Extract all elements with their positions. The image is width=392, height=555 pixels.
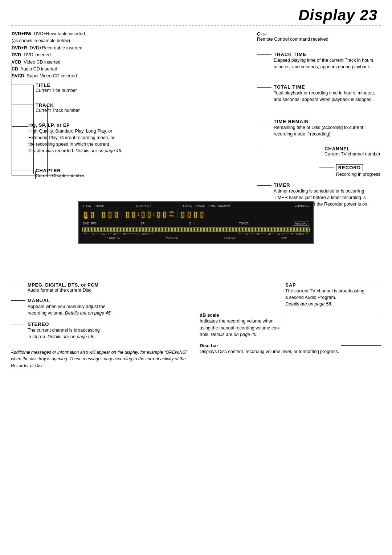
cd-label: CD <box>12 66 18 72</box>
channel-text: Current TV channel number <box>324 151 380 157</box>
ofc-text: Remote Control command received <box>257 37 328 42</box>
total-time-label: TOTAL TIME <box>274 84 380 90</box>
lcd-ampm: AM PM <box>169 211 173 218</box>
lcd-sap-label: SAP <box>281 236 287 239</box>
lcd-scale-row: └── -40 ─── -30 ─── -20 ── -10 ───── 0 ─… <box>82 232 310 235</box>
lcd-digit: ▯ <box>193 208 199 220</box>
hq-sp-label: HQ, SP, LP, or EP <box>28 122 134 128</box>
page-title: Display 23 <box>0 0 392 25</box>
hq-sp-text: High Quality, Standard Play, Long Play, … <box>28 128 134 154</box>
lcd-top-labels: TITLE TRACK CHAPTER TOTAL TRACK TIME REM… <box>82 204 310 207</box>
channel-label: CHANNEL <box>324 146 380 151</box>
lcd-mode-labels: DVD÷RW SP O♫( TIMER RECORD <box>82 222 310 226</box>
title-text-ann: Current Title number <box>36 88 77 93</box>
lcd-digit: ▯ <box>114 208 119 220</box>
disc-types-block: DVD+RW DVD+Rewritable inserted (as shown… <box>12 31 121 80</box>
record-label: RECORD <box>336 164 363 171</box>
lcd-group-chapter: ▯ ▯ ▯ <box>101 208 119 220</box>
stereo-text: The current channel is broadcastingin st… <box>28 327 100 340</box>
stereo-content: STEREO The current channel is broadcasti… <box>28 321 100 340</box>
lcd-pm: PM <box>169 214 173 218</box>
hq-connector <box>12 126 28 127</box>
lcd-digit: ָ▯ <box>83 208 89 220</box>
italic-note: Additional messages or information also … <box>11 349 192 369</box>
db-scale-label: dB scale <box>200 312 280 318</box>
dvdr-label: DVD+R <box>12 45 27 50</box>
db-scale-block: dB scale Indicates the recording volume … <box>200 312 381 337</box>
lcd-bottom-mode-labels: ≡≡ DIGITAL MANUAL STEREO SAP <box>82 236 310 239</box>
lcd-digit: ▯ <box>180 208 186 220</box>
sap-label: SAP <box>285 282 364 288</box>
title-annotation: TITLE Current Title number <box>12 82 77 93</box>
lcd-digit: ▯ <box>140 208 146 220</box>
title-label: TITLE <box>36 82 77 88</box>
title-v-connector <box>33 85 34 174</box>
lcd-scale-n40-1: └── -40 ─── -30 ─── -20 ── -10 ───── 0 ─… <box>83 232 154 235</box>
bottom-left-col: MPEG, DIGITAL, DTS, or PCM Audio format … <box>11 282 192 369</box>
record-annotation: RECORD Recording in progress <box>257 164 380 177</box>
sap-text: The current TV channel is broadcastinga … <box>285 288 364 307</box>
disc-bar-content: Disc bar Displays Disc content, recordin… <box>200 343 339 355</box>
lcd-digit: ▯ <box>162 208 168 220</box>
svcd-label: SVCD <box>12 73 24 78</box>
lcd-digit: ▯ <box>146 208 152 220</box>
lcd-digital-label: ≡≡ DIGITAL <box>105 236 120 239</box>
lcd-scale-n40-2: └── -40 ─── -30 ─── -20 ── -10 ───── 0 ─… <box>238 232 309 235</box>
track-time-annotation: TRACK TIME Elapsed playing time of the c… <box>257 52 380 70</box>
disc-types-text: DVD+RW DVD+Rewritable inserted (as shown… <box>12 31 121 80</box>
db-scale-text: Indicates the recording volume whenusing… <box>200 318 280 337</box>
title-text: Display 23 <box>298 7 377 24</box>
lcd-record-mode: RECORD <box>293 222 309 226</box>
disc-bar-line <box>341 345 381 346</box>
lcd-separator1: | <box>97 210 99 219</box>
stereo-line <box>11 324 25 324</box>
lcd-digit: ▯ <box>90 208 95 220</box>
disc-bar-text: Displays Disc content, recording volume … <box>200 348 339 355</box>
chapter-annotation: CHAPTER Current Chapter number <box>12 168 85 178</box>
lcd-digit: ▯ <box>101 208 107 220</box>
total-time-annotation: TOTAL TIME Total playback or recording t… <box>257 84 380 103</box>
lcd-ofc-mode: O♫( <box>189 222 195 226</box>
ofc-label: O♫⎯ <box>257 31 328 37</box>
track-text: Current Track number <box>36 108 80 113</box>
lcd-colon1: : <box>137 211 140 217</box>
lcd-digit: ▯ <box>199 208 205 220</box>
ofc-annotation: O♫⎯ Remote Control command received <box>257 31 380 42</box>
sap-line <box>367 285 381 285</box>
lcd-colon2: : <box>152 211 155 217</box>
chapter-label: CHAPTER <box>36 168 85 173</box>
lcd-digit: ▯ <box>186 208 192 220</box>
manual-text: Appears when you manually adjust thereco… <box>28 303 112 316</box>
track-time-label: TRACK TIME <box>274 52 380 57</box>
disc-bar-label: Disc bar <box>200 343 339 348</box>
lcd-digit: ▯ <box>156 208 162 220</box>
lcd-digit: ▯ <box>107 208 113 220</box>
record-text: Recording in progress <box>336 172 380 177</box>
mpeg-line <box>11 285 25 285</box>
lcd-digit: ▯ <box>125 208 131 220</box>
db-scale-content: dB scale Indicates the recording volume … <box>200 312 280 337</box>
disc-bar-block: Disc bar Displays Disc content, recordin… <box>200 343 381 355</box>
manual-line <box>11 300 25 301</box>
bottom-columns: MPEG, DIGITAL, DTS, or PCM Audio format … <box>11 282 381 369</box>
total-time-text: Total playback or recording time in hour… <box>274 90 380 103</box>
time-remain-annotation: TIME REMAIN Remaining time of Disc (acco… <box>257 119 380 137</box>
stereo-label: STEREO <box>28 321 100 327</box>
lcd-label-channel: CHANNEL <box>295 204 309 207</box>
lcd-separator3: | <box>176 210 178 219</box>
mpeg-block: MPEG, DIGITAL, DTS, or PCM Audio format … <box>11 282 192 293</box>
track-time-text: Elapsed playing time of the current Trac… <box>274 57 380 70</box>
bottom-right-col: SAP The current TV channel is broadcasti… <box>200 282 381 369</box>
lcd-digits-row: ָ▯ ▯ | ▯ ▯ ▯ | ▯ ▯ : ▯ ▯ : <box>82 208 310 221</box>
track-v-connector <box>47 105 48 175</box>
sap-content: SAP The current TV channel is broadcasti… <box>285 282 364 307</box>
lcd-timer-mode: TIMER <box>239 222 249 226</box>
dvdrw-label: DVD+RW <box>12 31 31 36</box>
track-h-connector <box>47 175 84 175</box>
title-h-connector <box>33 174 84 174</box>
lcd-group-title-track: ָ▯ ▯ <box>83 208 95 220</box>
track-annotation: TRACK Current Track number <box>12 102 80 113</box>
lcd-digit: ▯ <box>131 208 136 220</box>
lcd-separator2: | <box>121 210 123 219</box>
lcd-label-chapter: CHAPTER <box>136 204 151 207</box>
